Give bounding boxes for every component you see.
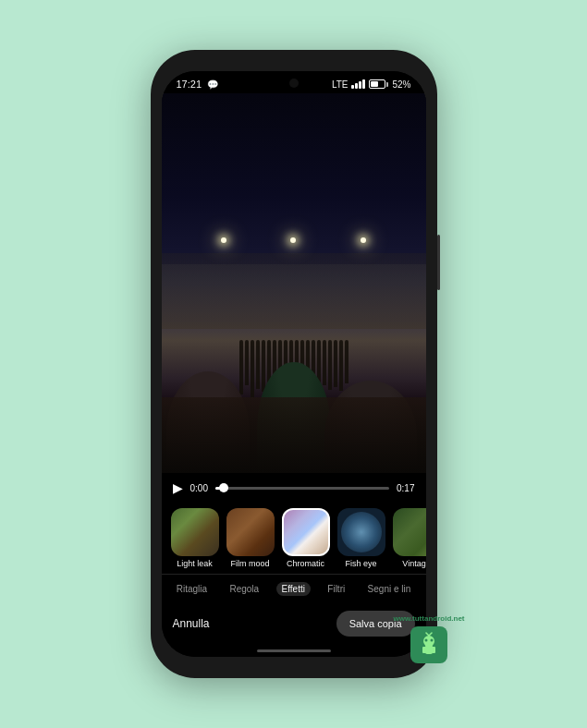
effect-fish-eye[interactable]: Fish eye [337, 508, 385, 568]
effect-light-leak[interactable]: Light leak [171, 508, 219, 568]
time-end: 0:17 [397, 483, 414, 493]
phone-screen: 17:21 💬 LTE 52% [162, 71, 426, 657]
effect-thumb-light-leak [171, 508, 219, 556]
progress-thumb[interactable] [219, 483, 228, 492]
effect-label-fish-eye: Fish eye [345, 559, 376, 568]
svg-line-7 [429, 633, 432, 636]
svg-rect-3 [432, 647, 435, 653]
effect-thumb-fish-eye [337, 508, 385, 556]
battery-icon [369, 79, 388, 89]
svg-point-5 [430, 639, 433, 642]
tabs-navigation: Ritaglia Regola Effetti Filtri Segni e l… [162, 574, 426, 603]
time-current: 0:00 [190, 483, 208, 493]
tab-regola[interactable]: Regola [224, 582, 264, 596]
tab-filtri[interactable]: Filtri [322, 582, 350, 596]
playback-bar: ▶ 0:00 0:17 [162, 473, 426, 503]
phone-device: 17:21 💬 LTE 52% [151, 50, 437, 678]
effect-label-light-leak: Light leak [177, 559, 213, 568]
time-display: 17:21 [177, 79, 202, 90]
effect-label-vintage: Vintage [402, 559, 425, 568]
effect-label-film-mood: Film mood [230, 559, 269, 568]
effect-thumb-chromatic [282, 508, 330, 556]
svg-point-4 [424, 639, 427, 642]
effect-vintage[interactable]: Vintage [393, 508, 426, 568]
front-camera [289, 79, 299, 88]
whatsapp-icon: 💬 [207, 79, 218, 90]
effect-thumb-vintage [393, 508, 426, 556]
tab-ritaglia[interactable]: Ritaglia [171, 582, 213, 596]
watermark-url: www.tuttandroid.net [393, 614, 464, 623]
stage-light-center [290, 237, 296, 243]
effects-strip: Light leak Film mood Chromatic Fish eye [162, 503, 426, 574]
play-button[interactable]: ▶ [173, 480, 183, 495]
stage-light-left [221, 237, 226, 243]
signal-bars-icon [351, 79, 365, 89]
status-bar: 17:21 💬 LTE 52% [162, 71, 426, 93]
tab-effetti[interactable]: Effetti [276, 582, 311, 596]
progress-track[interactable] [215, 487, 389, 490]
svg-rect-1 [425, 645, 433, 654]
effect-thumb-film-mood [226, 508, 275, 556]
effect-label-chromatic: Chromatic [287, 559, 324, 568]
video-area[interactable] [162, 93, 426, 473]
bottom-actions: Annulla Salva copia [162, 603, 426, 644]
svg-rect-2 [422, 647, 426, 653]
tuttandroid-logo [410, 626, 447, 663]
lte-label: LTE [332, 79, 349, 90]
home-indicator [162, 644, 426, 657]
effect-chromatic[interactable]: Chromatic [282, 508, 330, 568]
tab-segni[interactable]: Segni e lin [362, 582, 417, 596]
cancel-button[interactable]: Annulla [173, 617, 210, 630]
battery-percent: 52% [392, 79, 410, 90]
stage-light-right [361, 237, 366, 243]
watermark: www.tuttandroid.net [393, 614, 464, 663]
home-bar [257, 649, 331, 652]
side-button [437, 235, 440, 290]
effect-film-mood[interactable]: Film mood [226, 508, 275, 568]
